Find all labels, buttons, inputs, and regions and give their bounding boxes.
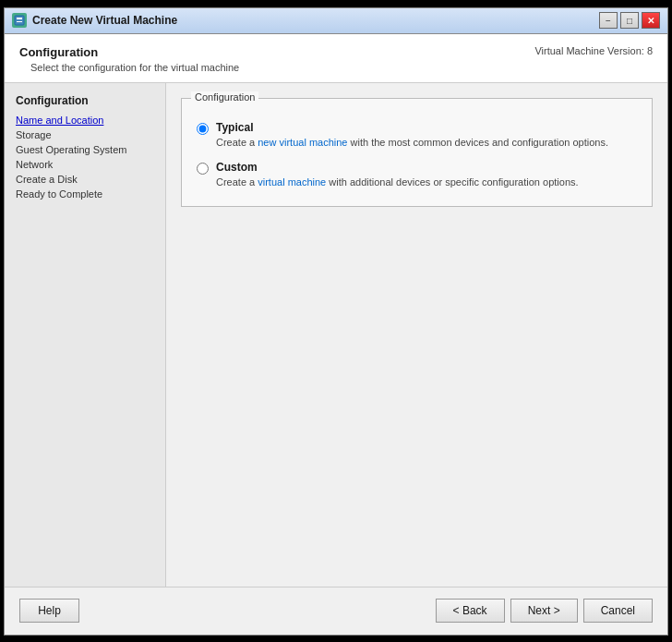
sidebar-item-create-disk[interactable]: Create a Disk xyxy=(5,172,165,187)
custom-radio[interactable] xyxy=(197,163,209,175)
window-controls: − □ ✕ xyxy=(599,12,660,29)
typical-title: Typical xyxy=(216,121,637,134)
configuration-group: Configuration Typical Create a new virtu… xyxy=(181,98,653,207)
footer-nav-buttons: < Back Next > Cancel xyxy=(436,599,653,623)
sidebar-item-ready[interactable]: Ready to Complete xyxy=(5,187,165,201)
sidebar-item-storage[interactable]: Storage xyxy=(5,127,165,142)
maximize-button[interactable]: □ xyxy=(620,12,639,29)
help-button[interactable]: Help xyxy=(19,599,79,623)
window-title: Create New Virtual Machine xyxy=(32,14,599,27)
svg-rect-0 xyxy=(15,16,24,25)
config-group-legend: Configuration xyxy=(191,91,258,103)
custom-description: Create a virtual machine with additional… xyxy=(216,176,637,188)
typical-radio[interactable] xyxy=(197,123,209,135)
custom-content: Custom Create a virtual machine with add… xyxy=(216,161,637,188)
svg-rect-2 xyxy=(17,21,22,22)
sidebar: Configuration Name and Location Storage … xyxy=(5,83,166,587)
close-button[interactable]: ✕ xyxy=(642,12,660,29)
header-title: Configuration xyxy=(19,45,239,59)
sidebar-title: Configuration xyxy=(5,94,165,113)
sidebar-item-name-location[interactable]: Name and Location xyxy=(5,113,165,127)
sidebar-item-guest-os[interactable]: Guest Operating System xyxy=(5,142,165,157)
main-window: Create New Virtual Machine − □ ✕ Configu… xyxy=(4,7,668,636)
header-subtitle: Select the configuration for the virtual… xyxy=(19,62,239,73)
option-typical-row: Typical Create a new virtual machine wit… xyxy=(197,121,637,148)
title-bar: Create New Virtual Machine − □ ✕ xyxy=(5,8,667,34)
typical-content: Typical Create a new virtual machine wit… xyxy=(216,121,637,148)
sidebar-item-network[interactable]: Network xyxy=(5,157,165,172)
typical-description: Create a new virtual machine with the mo… xyxy=(216,137,637,148)
content-area: Configuration Name and Location Storage … xyxy=(5,83,667,587)
back-button[interactable]: < Back xyxy=(436,599,505,623)
next-button[interactable]: Next > xyxy=(510,599,578,623)
cancel-button[interactable]: Cancel xyxy=(583,599,653,623)
minimize-button[interactable]: − xyxy=(599,12,618,29)
header: Configuration Select the configuration f… xyxy=(5,34,667,83)
svg-rect-1 xyxy=(17,18,22,19)
footer: Help < Back Next > Cancel xyxy=(5,587,667,635)
vm-version-label: Virtual Machine Version: 8 xyxy=(534,45,653,56)
option-custom-row: Custom Create a virtual machine with add… xyxy=(197,161,637,188)
custom-title: Custom xyxy=(216,161,637,174)
window-icon xyxy=(12,13,27,28)
main-content: Configuration Typical Create a new virtu… xyxy=(166,83,667,587)
